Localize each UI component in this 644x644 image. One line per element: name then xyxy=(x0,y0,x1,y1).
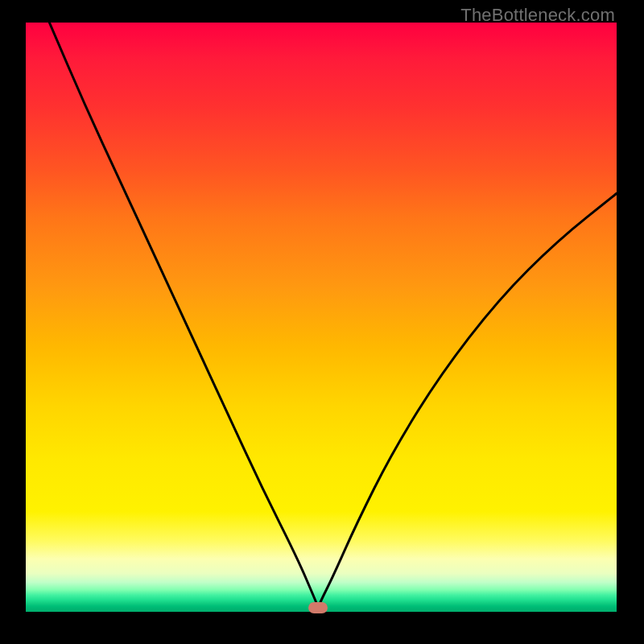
chart-frame: TheBottleneck.com xyxy=(0,0,644,644)
plot-area xyxy=(26,23,617,612)
bottleneck-curve xyxy=(26,23,617,612)
minimum-marker xyxy=(308,602,328,613)
